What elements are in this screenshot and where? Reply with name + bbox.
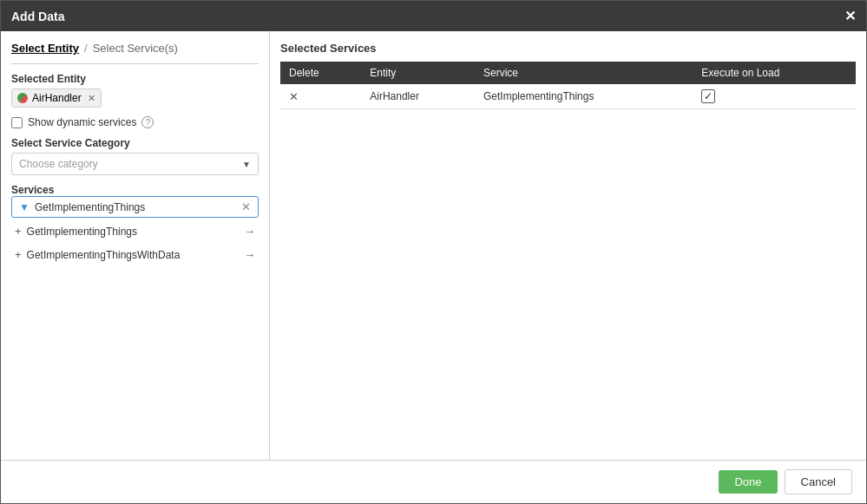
service-arrow-icon: → [244, 225, 255, 238]
show-dynamic-checkbox[interactable] [11, 117, 23, 128]
row-delete-cell: ✕ [280, 84, 361, 109]
modal-header: Add Data ✕ [1, 1, 866, 31]
help-icon[interactable]: ? [141, 116, 154, 128]
entity-remove-button[interactable]: ✕ [88, 93, 95, 104]
col-execute: Execute on Load [693, 62, 856, 84]
breadcrumb: Select Entity / Select Service(s) [11, 42, 259, 64]
category-placeholder: Choose category [19, 158, 98, 170]
right-panel: Selected Services Delete Entity Service … [270, 31, 866, 460]
plus-icon: + [15, 225, 22, 238]
selected-entity-label: Selected Entity [11, 73, 259, 85]
entity-color-dot [17, 93, 28, 103]
service-item-name: GetImplementingThingsWithData [27, 249, 181, 261]
category-dropdown[interactable]: Choose category ▼ [11, 153, 259, 175]
left-panel: Select Entity / Select Service(s) Select… [1, 31, 270, 460]
breadcrumb-step2: Select Service(s) [93, 42, 178, 55]
services-section: Services ▼ GetImplementingThings ✕ + Get… [11, 184, 259, 265]
breadcrumb-separator: / [84, 42, 88, 55]
col-service: Service [475, 62, 693, 84]
table-header-row: Delete Entity Service Execute on Load [280, 62, 856, 84]
show-dynamic-label: Show dynamic services [28, 116, 136, 128]
modal-body: Select Entity / Select Service(s) Select… [1, 31, 866, 460]
delete-row-button[interactable]: ✕ [289, 90, 299, 103]
breadcrumb-step1[interactable]: Select Entity [11, 42, 79, 55]
filter-icon: ▼ [19, 201, 30, 213]
category-label: Select Service Category [11, 137, 259, 149]
service-list: + GetImplementingThings → + GetImplement… [11, 221, 259, 265]
show-dynamic-row: Show dynamic services ? [11, 116, 259, 128]
row-entity-cell: AirHandler [361, 84, 475, 109]
service-filter-box: ▼ GetImplementingThings ✕ [11, 196, 259, 218]
done-button[interactable]: Done [719, 470, 777, 494]
service-filter-clear-button[interactable]: ✕ [241, 200, 251, 213]
selected-entity-section: Selected Entity AirHandler ✕ [11, 73, 259, 108]
table-row: ✕ AirHandler GetImplementingThings ✓ [280, 84, 856, 109]
services-label: Services [11, 184, 259, 196]
list-item[interactable]: + GetImplementingThingsWithData → [11, 245, 259, 265]
add-data-modal: Add Data ✕ Select Entity / Select Servic… [0, 0, 867, 504]
entity-name: AirHandler [32, 92, 82, 104]
plus-icon: + [15, 248, 22, 261]
service-filter-text: GetImplementingThings [35, 201, 236, 213]
close-button[interactable]: ✕ [844, 8, 856, 24]
col-delete: Delete [280, 62, 361, 84]
selected-services-table: Delete Entity Service Execute on Load ✕ … [280, 62, 856, 109]
entity-badge: AirHandler ✕ [11, 88, 102, 108]
selected-services-label: Selected Services [280, 42, 856, 55]
dropdown-arrow-icon: ▼ [242, 160, 251, 169]
modal-title: Add Data [11, 10, 64, 23]
service-arrow-icon: → [244, 248, 255, 261]
service-item-name: GetImplementingThings [27, 226, 137, 238]
execute-on-load-checkbox[interactable]: ✓ [701, 89, 715, 103]
col-entity: Entity [361, 62, 475, 84]
row-execute-cell: ✓ [693, 84, 856, 109]
cancel-button[interactable]: Cancel [785, 469, 852, 494]
row-service-cell: GetImplementingThings [475, 84, 693, 109]
list-item[interactable]: + GetImplementingThings → [11, 221, 259, 241]
service-category-section: Select Service Category Choose category … [11, 137, 259, 175]
modal-footer: Done Cancel [1, 460, 866, 503]
